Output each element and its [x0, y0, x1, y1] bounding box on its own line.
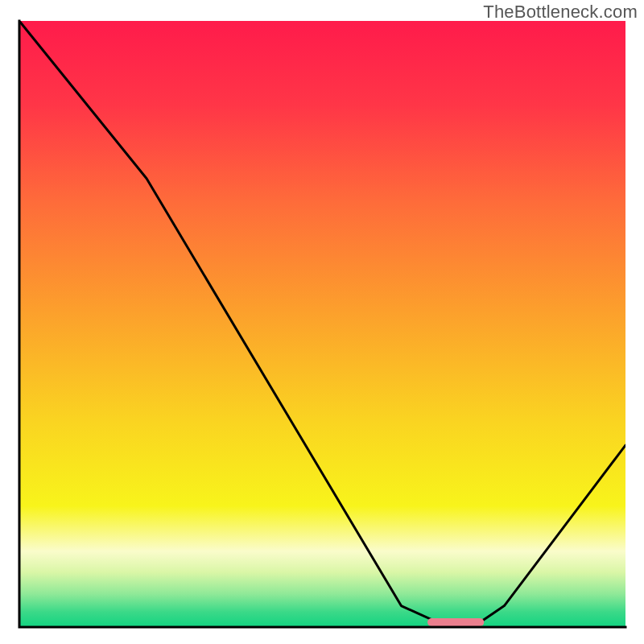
- bottleneck-chart: [0, 0, 644, 644]
- attribution-text: TheBottleneck.com: [483, 2, 638, 23]
- chart-stage: TheBottleneck.com: [0, 0, 644, 644]
- heat-gradient: [19, 21, 625, 627]
